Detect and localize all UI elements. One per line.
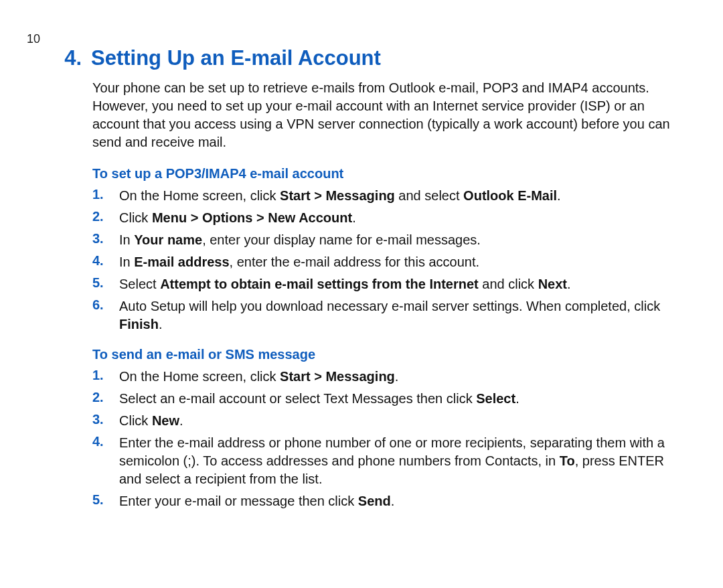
step-text: Enter your e-mail or message then click … [119, 492, 684, 510]
step-number: 6. [92, 297, 119, 313]
step-number: 5. [92, 275, 119, 291]
section: 4. Setting Up an E-mail Account Your pho… [59, 47, 684, 510]
subheading-pop3: To set up a POP3/IMAP4 e-mail account [92, 166, 684, 181]
step-item: 4.In E-mail address, enter the e-mail ad… [92, 253, 684, 271]
step-text: On the Home screen, click Start > Messag… [119, 187, 684, 205]
steps-send: 1.On the Home screen, click Start > Mess… [92, 368, 684, 510]
step-text: Auto Setup will help you download necess… [119, 297, 684, 334]
step-item: 2.Select an e-mail account or select Tex… [92, 390, 684, 408]
step-number: 2. [92, 390, 119, 405]
step-number: 1. [92, 368, 119, 383]
step-item: 2.Click Menu > Options > New Account. [92, 209, 684, 227]
step-text: Click New. [119, 412, 684, 430]
step-item: 3.In Your name, enter your display name … [92, 231, 684, 249]
section-number: 4. [59, 47, 82, 70]
step-number: 2. [92, 209, 119, 224]
intro-paragraph: Your phone can be set up to retrieve e-m… [92, 79, 681, 151]
step-item: 5.Enter your e-mail or message then clic… [92, 492, 684, 510]
step-text: Select an e-mail account or select Text … [119, 390, 684, 408]
step-item: 6.Auto Setup will help you download nece… [92, 297, 684, 334]
step-text: Select Attempt to obtain e-mail settings… [119, 275, 684, 293]
subheading-send: To send an e-mail or SMS message [92, 347, 684, 362]
step-text: In Your name, enter your display name fo… [119, 231, 684, 249]
step-number: 4. [92, 434, 119, 449]
step-item: 1.On the Home screen, click Start > Mess… [92, 187, 684, 205]
step-item: 4.Enter the e-mail address or phone numb… [92, 434, 684, 488]
step-item: 1.On the Home screen, click Start > Mess… [92, 368, 684, 386]
section-heading: 4. Setting Up an E-mail Account [59, 47, 684, 70]
step-text: Enter the e-mail address or phone number… [119, 434, 684, 488]
step-number: 5. [92, 492, 119, 508]
step-text: In E-mail address, enter the e-mail addr… [119, 253, 684, 271]
manual-page: 10 4. Setting Up an E-mail Account Your … [0, 0, 723, 588]
step-number: 3. [92, 231, 119, 246]
step-number: 1. [92, 187, 119, 202]
step-number: 4. [92, 253, 119, 269]
step-item: 3.Click New. [92, 412, 684, 430]
steps-pop3: 1.On the Home screen, click Start > Mess… [92, 187, 684, 334]
section-title: Setting Up an E-mail Account [91, 47, 381, 70]
step-number: 3. [92, 412, 119, 427]
page-number: 10 [27, 32, 40, 46]
step-text: On the Home screen, click Start > Messag… [119, 368, 684, 386]
step-item: 5.Select Attempt to obtain e-mail settin… [92, 275, 684, 293]
step-text: Click Menu > Options > New Account. [119, 209, 684, 227]
